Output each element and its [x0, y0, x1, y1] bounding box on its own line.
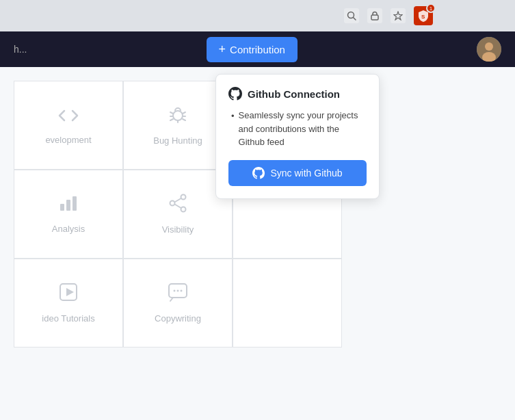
contribution-label: Contribution [230, 44, 285, 55]
bullet-dot: • [231, 109, 235, 149]
bug-icon [168, 105, 187, 129]
play-icon [59, 283, 78, 306]
svg-rect-18 [72, 196, 77, 211]
main-content: evelopment Bug Hunting [0, 67, 515, 420]
svg-line-23 [174, 205, 181, 209]
app-name: h... [14, 44, 27, 55]
browser-chrome: S 1 [0, 0, 515, 31]
search-icon[interactable] [344, 8, 359, 23]
plus-icon: + [219, 42, 226, 57]
card-copywriting-label: Copywriting [155, 313, 201, 324]
card-analysis-label: Analysis [52, 224, 85, 234]
svg-line-9 [170, 112, 173, 114]
card-empty-3[interactable] [233, 259, 342, 347]
lock-icon[interactable] [367, 8, 382, 23]
sync-github-button[interactable]: Sync with Github [228, 160, 367, 186]
card-visibility-label: Visibility [162, 224, 194, 235]
github-logo-icon [228, 87, 242, 101]
svg-rect-17 [66, 200, 70, 211]
card-analysis[interactable]: Analysis [14, 170, 123, 259]
card-video-tutorials-label: ideo Tutorials [42, 313, 94, 324]
svg-rect-2 [371, 15, 378, 20]
svg-rect-16 [60, 204, 64, 211]
user-avatar[interactable] [477, 37, 501, 62]
github-popup: Github Connection • Seamlessly sync your… [215, 74, 380, 199]
card-development[interactable]: evelopment [14, 81, 123, 170]
chat-icon [168, 283, 188, 306]
svg-point-28 [177, 290, 179, 292]
svg-point-6 [485, 42, 493, 51]
popup-bullet-text: Seamlessly sync your projects and contri… [239, 109, 367, 149]
bar-chart-icon [59, 194, 78, 217]
card-video-tutorials[interactable]: ideo Tutorials [14, 259, 123, 347]
shield-badge: 1 [426, 3, 436, 13]
github-btn-icon [252, 167, 265, 179]
github-popup-container: Github Connection • Seamlessly sync your… [215, 67, 380, 199]
star-icon[interactable] [391, 8, 406, 23]
svg-line-22 [174, 198, 181, 202]
code-icon [58, 106, 79, 128]
contribution-button[interactable]: + Contribution [207, 37, 298, 62]
popup-title-text: Github Connection [248, 88, 340, 100]
sync-button-label: Sync with Github [270, 168, 342, 179]
svg-marker-3 [394, 12, 402, 20]
svg-point-27 [174, 290, 176, 292]
share-icon [168, 194, 187, 218]
card-development-label: evelopment [45, 135, 91, 145]
svg-line-1 [354, 18, 356, 21]
card-bug-hunting-label: Bug Hunting [153, 135, 202, 146]
svg-point-20 [170, 201, 175, 206]
popup-title: Github Connection [228, 87, 367, 101]
svg-point-8 [173, 111, 183, 120]
svg-marker-25 [66, 288, 74, 296]
svg-line-13 [170, 119, 173, 120]
svg-line-10 [183, 112, 185, 114]
shield-icon[interactable]: S 1 [414, 6, 433, 25]
svg-point-21 [181, 207, 186, 212]
card-copywriting[interactable]: Copywriting [123, 259, 233, 347]
app-header: h... + Contribution [0, 31, 515, 67]
browser-icons: S 1 [344, 6, 433, 25]
svg-line-14 [183, 119, 185, 120]
svg-point-29 [181, 290, 183, 292]
svg-point-19 [181, 195, 186, 200]
popup-description: • Seamlessly sync your projects and cont… [228, 109, 367, 149]
svg-text:S: S [421, 14, 425, 20]
